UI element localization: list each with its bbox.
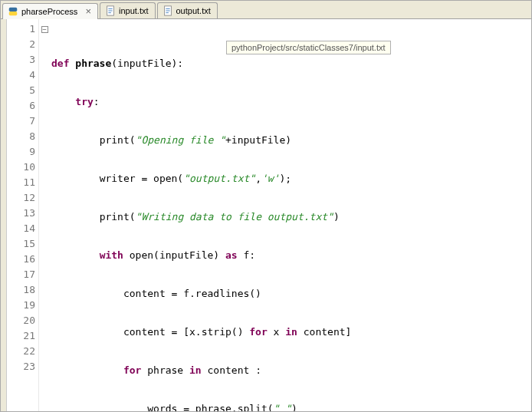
fold-toggle-icon[interactable]: − <box>41 26 48 33</box>
fold-row <box>39 114 50 129</box>
code-line: try: <box>51 94 531 110</box>
fold-row <box>39 282 50 298</box>
tab-pharse-process[interactable]: pharseProcess × <box>2 3 98 19</box>
fold-row <box>39 190 50 206</box>
text-file-icon <box>163 5 173 16</box>
svg-rect-0 <box>9 8 18 12</box>
line-number: 1 <box>7 21 38 37</box>
fold-row <box>39 175 50 190</box>
line-number: 15 <box>7 236 38 252</box>
fold-row <box>39 267 50 282</box>
fold-row <box>39 52 50 68</box>
line-number: 4 <box>7 68 38 83</box>
fold-row <box>39 98 50 114</box>
python-icon <box>8 6 18 17</box>
fold-row <box>39 359 50 374</box>
line-number: 22 <box>7 344 38 359</box>
fold-row <box>39 129 50 144</box>
line-number: 10 <box>7 160 38 175</box>
code-line: for phrase in content : <box>51 363 531 378</box>
fold-row <box>39 83 50 98</box>
fold-row <box>39 313 50 328</box>
text-file-icon <box>105 5 116 16</box>
line-number: 6 <box>7 98 38 114</box>
fold-row <box>39 344 50 359</box>
line-number: 16 <box>7 252 38 267</box>
line-number: 20 <box>7 313 38 328</box>
tab-output-txt[interactable]: output.txt <box>157 2 218 18</box>
fold-row: − <box>39 21 50 37</box>
line-number-gutter: 1234567891011121314151617181920212223 <box>7 19 39 411</box>
code-area[interactable]: pythonProject/src/staticClasses7/input.t… <box>50 19 531 411</box>
line-number: 19 <box>7 298 38 313</box>
line-number: 5 <box>7 83 38 98</box>
fold-row <box>39 37 50 52</box>
line-number: 21 <box>7 328 38 344</box>
code-line: words = phrase.split(" ") <box>51 401 531 412</box>
code-line: print("Writing data to file output.txt") <box>51 209 531 225</box>
code-line: print("Opening file "+inputFile) <box>51 133 531 148</box>
tab-label: output.txt <box>176 6 211 15</box>
line-number: 7 <box>7 114 38 129</box>
tab-input-txt[interactable]: input.txt <box>100 2 156 18</box>
line-number: 17 <box>7 267 38 282</box>
line-number: 23 <box>7 359 38 374</box>
fold-row <box>39 328 50 344</box>
line-number: 8 <box>7 129 38 144</box>
close-icon[interactable]: × <box>85 8 91 15</box>
fold-row <box>39 144 50 160</box>
svg-rect-1 <box>9 12 18 15</box>
tab-label: input.txt <box>119 6 149 15</box>
line-number: 13 <box>7 206 38 221</box>
line-number: 12 <box>7 190 38 206</box>
fold-row <box>39 252 50 267</box>
code-line: with open(inputFile) as f: <box>51 248 531 263</box>
code-line: writer = open("output.txt",'w'); <box>51 171 531 186</box>
fold-row <box>39 160 50 175</box>
editor: 1234567891011121314151617181920212223 − … <box>1 19 531 411</box>
fold-row <box>39 298 50 313</box>
fold-column: − <box>39 19 50 411</box>
code-line: content = f.readlines() <box>51 286 531 302</box>
tab-bar: pharseProcess × input.txt output.txt <box>1 1 531 19</box>
fold-row <box>39 236 50 252</box>
line-number: 18 <box>7 282 38 298</box>
hover-tooltip: pythonProject/src/staticClasses7/input.t… <box>226 41 391 54</box>
line-number: 3 <box>7 52 38 68</box>
fold-row <box>39 68 50 83</box>
line-number: 2 <box>7 37 38 52</box>
code-line: content = [x.strip() for x in content] <box>51 325 531 340</box>
code-line: def phrase(inputFile): <box>51 56 531 71</box>
line-number: 14 <box>7 221 38 236</box>
line-number: 9 <box>7 144 38 160</box>
tab-label: pharseProcess <box>21 7 77 16</box>
line-number: 11 <box>7 175 38 190</box>
fold-row <box>39 206 50 221</box>
vertical-ruler <box>1 19 7 411</box>
fold-row <box>39 221 50 236</box>
